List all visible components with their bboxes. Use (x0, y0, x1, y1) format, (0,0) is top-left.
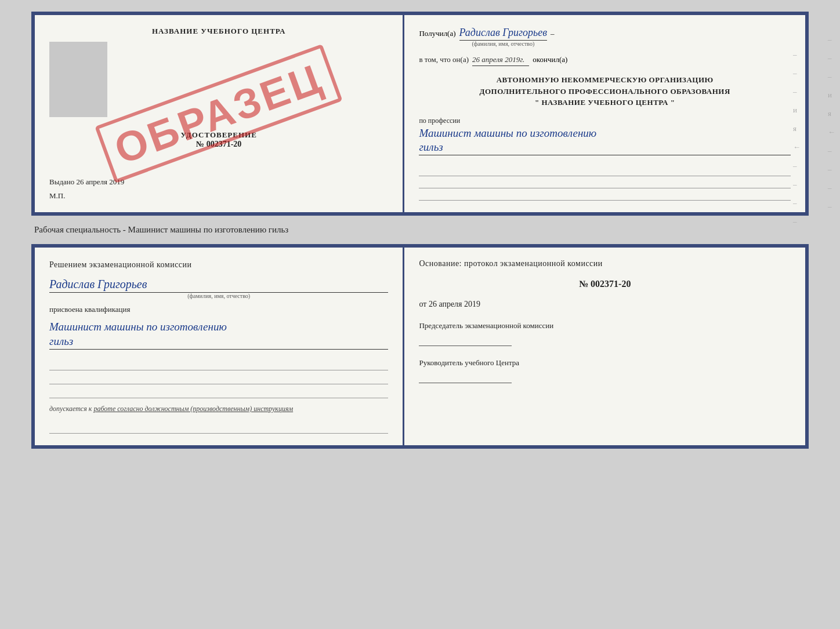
bottom-line-2 (49, 373, 388, 384)
bottom-line-last (49, 422, 388, 434)
right-line-3 (419, 190, 791, 201)
predsedatel-block: Председатель экзаменационной комиссии (419, 321, 791, 346)
top-cert-title: НАЗВАНИЕ УЧЕБНОГО ЦЕНТРА (49, 27, 388, 36)
top-cert-main-content: УДОСТОВЕРЕНИЕ № 002371-20 Выдано 26 апре… (49, 36, 388, 187)
vtom-date: 26 апреля 2019г. (472, 55, 529, 66)
mp-label: М.П. (49, 191, 388, 201)
udost-label: УДОСТОВЕРЕНИЕ (49, 130, 388, 140)
osnov-title: Основание: протокол экзаменационной коми… (419, 259, 791, 268)
right-side-lines (419, 166, 791, 201)
proto-date: 26 апреля 2019 (429, 300, 480, 308)
org-block: АВТОНОМНУЮ НЕКОММЕРЧЕСКУЮ ОРГАНИЗАЦИЮ ДО… (419, 74, 791, 108)
predsedatel-label: Председатель экзаменационной комиссии (419, 321, 791, 331)
bottom-person-block: Радислав Григорьев (фамилия, имя, отчест… (49, 276, 388, 299)
dopuskaetsya-text: допускается к работе согласно должностны… (49, 404, 388, 414)
photo-area (49, 42, 107, 117)
udost-number: № 002371-20 (49, 140, 388, 149)
rukovoditel-line (419, 372, 512, 383)
org-line1: АВТОНОМНУЮ НЕКОММЕРЧЕСКУЮ ОРГАНИЗАЦИЮ (419, 74, 791, 86)
rukovoditel-block: Руководитель учебного Центра (419, 358, 791, 383)
person-name-block: Радислав Григорьев (фамилия, имя, отчест… (459, 27, 548, 47)
bottom-line-3 (49, 387, 388, 398)
bottom-person-name: Радислав Григорьев (49, 276, 388, 293)
org-line2: ДОПОЛНИТЕЛЬНОГО ПРОФЕССИОНАЛЬНОГО ОБРАЗО… (419, 86, 791, 97)
vtom-row: в том, что он(а) 26 апреля 2019г. окончи… (419, 55, 791, 66)
rukovoditel-label: Руководитель учебного Центра (419, 358, 791, 368)
udostoverenie-block: УДОСТОВЕРЕНИЕ № 002371-20 (49, 130, 388, 149)
bottom-fio-subtitle: (фамилия, имя, отчество) (49, 293, 388, 299)
person-name: Радислав Григорьев (459, 27, 548, 41)
document-container: НАЗВАНИЕ УЧЕБНОГО ЦЕНТРА УДОСТОВЕРЕНИЕ №… (31, 12, 809, 449)
top-certificate: НАЗВАНИЕ УЧЕБНОГО ЦЕНТРА УДОСТОВЕРЕНИЕ №… (31, 12, 809, 216)
predsedatel-line (419, 335, 512, 346)
bottom-certificate: Решением экзаменационной комиссии Радисл… (31, 244, 809, 449)
vydano-label: Выдано (49, 177, 74, 186)
ot-label: от (419, 300, 426, 308)
bottom-line-1 (49, 359, 388, 370)
poluchil-label: Получил(а) (419, 29, 455, 38)
kvali-name: Машинист машины по изготовлению гильз (49, 320, 388, 349)
right-line-1 (419, 166, 791, 176)
bottom-cert-left: Решением экзаменационной комиссии Радисл… (35, 248, 404, 445)
komissia-title: Решением экзаменационной комиссии (49, 259, 388, 271)
proto-number: № 002371-20 (419, 279, 791, 289)
top-cert-text-col: УДОСТОВЕРЕНИЕ № 002371-20 Выдано 26 апре… (49, 36, 388, 187)
poluchil-dash: – (551, 29, 555, 38)
top-cert-right: Получил(а) Радислав Григорьев (фамилия, … (404, 15, 805, 212)
okonchill-label: окончил(а) (533, 55, 567, 64)
top-right-dashes: – – – и я ← – – – – (793, 50, 801, 226)
bottom-right-dashes: – – – и я ← – – – – (828, 35, 835, 211)
vtom-label: в том, что он(а) (419, 55, 469, 64)
right-line-2 (419, 178, 791, 188)
top-cert-left: НАЗВАНИЕ УЧЕБНОГО ЦЕНТРА УДОСТОВЕРЕНИЕ №… (35, 15, 404, 212)
poluchil-row: Получил(а) Радислав Григорьев (фамилия, … (419, 27, 791, 47)
profession-block: по профессии Машинист машины по изготовл… (419, 117, 791, 155)
specialist-label: Рабочая специальность - Машинист машины … (31, 225, 288, 235)
bottom-lines (49, 359, 388, 398)
po-professii-label: по профессии (419, 117, 791, 125)
vydano-date: 26 апреля 2019 (77, 177, 125, 186)
prisvoena-label: присвоена квалификация (49, 305, 388, 314)
proto-date-row: от 26 апреля 2019 (419, 300, 791, 309)
vydano-line: Выдано 26 апреля 2019 (49, 177, 388, 187)
profession-name: Машинист машины по изготовлению гильз (419, 126, 791, 155)
fio-subtitle: (фамилия, имя, отчество) (459, 41, 548, 47)
bottom-cert-right: Основание: протокол экзаменационной коми… (404, 248, 805, 445)
org-line3: " НАЗВАНИЕ УЧЕБНОГО ЦЕНТРА " (419, 97, 791, 108)
